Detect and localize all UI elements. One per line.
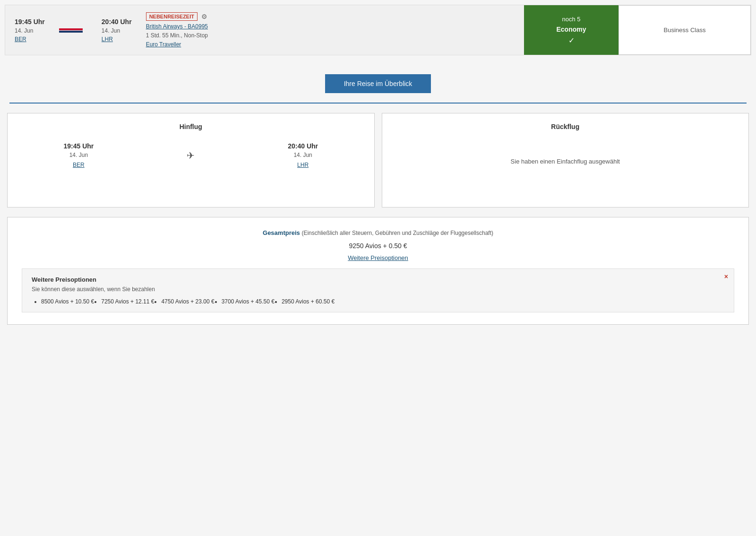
arrival-airport-link[interactable]: LHR: [102, 36, 132, 43]
departure-airport-link[interactable]: BER: [15, 36, 45, 43]
departure-date: 14. Jun: [15, 27, 45, 34]
airline-logo: [59, 26, 87, 35]
weitere-preisoptionen-link-container: Weitere Preisoptionen: [22, 254, 734, 261]
price-option-item[interactable]: 7250 Avios + 12.11 €: [101, 298, 154, 305]
duration-text: 1 Std. 55 Min., Non-Stop: [146, 32, 208, 39]
hinflug-title: Hinflug: [22, 123, 360, 130]
flight-details: NEBENREISEZEIT ⚙ British Airways - BA099…: [146, 12, 208, 48]
hinflug-dep-time: 19:45 Uhr: [63, 142, 94, 150]
price-options-list: 8500 Avios + 10.50 €7250 Avios + 12.11 €…: [32, 298, 724, 305]
ba-blue-stripe: [59, 31, 83, 33]
airline-link[interactable]: British Airways - BA0995: [146, 23, 208, 30]
price-amount: 9250 Avios + 0.50 €: [22, 242, 734, 250]
hinflug-arr-airport[interactable]: LHR: [297, 162, 309, 168]
departure-block: 19:45 Uhr 14. Jun BER: [15, 18, 45, 43]
divider: [9, 103, 747, 104]
seats-remaining: noch 5: [562, 16, 580, 23]
departure-time: 19:45 Uhr: [15, 18, 45, 26]
arrival-time: 20:40 Uhr: [102, 18, 132, 26]
flight-card: 19:45 Uhr 14. Jun BER 20:40 Uhr 14. Jun …: [5, 5, 751, 55]
price-section: Gesamtpreis (Einschließlich aller Steuer…: [7, 217, 749, 325]
fare-class-link[interactable]: Euro Traveller: [146, 41, 208, 48]
nebenreisezeit-badge: NEBENREISEZEIT: [146, 12, 198, 21]
hinflug-arr-time: 20:40 Uhr: [288, 142, 318, 150]
panel-subtitle: Sie können diese auswählen, wenn Sie bez…: [32, 286, 724, 293]
economy-checkmark: ✓: [568, 36, 575, 45]
flight-left-section: 19:45 Uhr 14. Jun BER 20:40 Uhr 14. Jun …: [5, 5, 524, 55]
rueckflug-title: Rückflug: [396, 123, 735, 130]
overview-button[interactable]: Ihre Reise im Überblick: [325, 74, 431, 93]
hinflug-departure: 19:45 Uhr 14. Jun BER: [63, 142, 94, 168]
gesamtpreis-sub: (Einschließlich aller Steuern, Gebühren …: [301, 230, 493, 236]
price-option-item[interactable]: 4750 Avios + 23.00 €: [161, 298, 214, 305]
hinflug-content: 19:45 Uhr 14. Jun BER ✈ 20:40 Uhr 14. Ju…: [22, 142, 360, 168]
panel-close-button[interactable]: ×: [724, 273, 728, 280]
hinflug-dep-airport[interactable]: BER: [73, 162, 85, 168]
business-box[interactable]: Business Class: [619, 5, 751, 55]
plane-icon: ✈: [187, 150, 195, 161]
price-option-item[interactable]: 3700 Avios + 45.50 €: [222, 298, 275, 305]
overview-section: Ihre Reise im Überblick: [0, 60, 756, 104]
economy-box[interactable]: noch 5 Economy ✓: [524, 5, 619, 55]
hinflug-arrival: 20:40 Uhr 14. Jun LHR: [288, 142, 318, 168]
gear-icon[interactable]: ⚙: [201, 13, 207, 20]
gesamtpreis-row: Gesamtpreis (Einschließlich aller Steuer…: [22, 229, 734, 236]
badge-row: NEBENREISEZEIT ⚙: [146, 12, 208, 21]
preisoptionen-panel: × Weitere Preisoptionen Sie können diese…: [22, 268, 734, 312]
economy-label: Economy: [556, 26, 586, 33]
ba-logo: [59, 26, 87, 35]
hinflug-box: Hinflug 19:45 Uhr 14. Jun BER ✈ 20:40 Uh…: [7, 113, 375, 207]
no-return-text: Sie haben einen Einfachflug ausgewählt: [511, 158, 620, 165]
hinflug-arr-date: 14. Jun: [288, 152, 318, 158]
price-option-item[interactable]: 8500 Avios + 10.50 €: [41, 298, 94, 305]
hinflug-dep-date: 14. Jun: [63, 152, 94, 158]
weitere-preisoptionen-link[interactable]: Weitere Preisoptionen: [348, 254, 408, 261]
ba-red-stripe: [59, 28, 83, 30]
flight-boxes-section: Hinflug 19:45 Uhr 14. Jun BER ✈ 20:40 Uh…: [0, 104, 756, 217]
arrival-date: 14. Jun: [102, 27, 132, 34]
arrival-block: 20:40 Uhr 14. Jun LHR: [102, 18, 132, 43]
price-option-item[interactable]: 2950 Avios + 60.50 €: [282, 298, 335, 305]
business-class-label: Business Class: [664, 26, 706, 34]
panel-title: Weitere Preisoptionen: [32, 276, 724, 283]
rueckflug-box: Rückflug Sie haben einen Einfachflug aus…: [382, 113, 749, 207]
gesamtpreis-label: Gesamtpreis: [263, 229, 300, 236]
class-section: noch 5 Economy ✓ Business Class: [524, 5, 751, 55]
